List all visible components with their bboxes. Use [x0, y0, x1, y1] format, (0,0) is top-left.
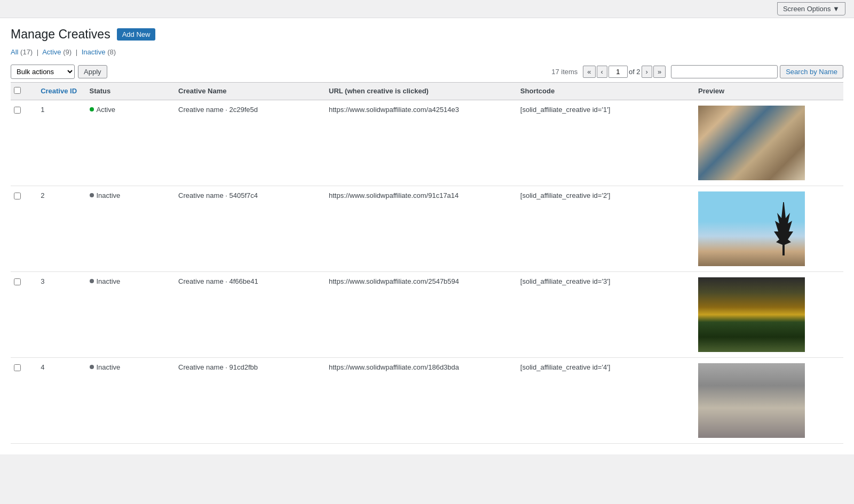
row-status: Inactive — [84, 357, 173, 443]
row-creative-name: Creative name · 4f66be41 — [173, 271, 323, 357]
table-body: 1 Active Creative name · 2c29fe5d https:… — [11, 100, 843, 443]
row-creative-name: Creative name · 5405f7c4 — [173, 186, 323, 271]
page-number-input[interactable]: 1 — [608, 66, 628, 78]
column-header-shortcode: Shortcode — [515, 82, 693, 100]
row-preview — [693, 357, 843, 443]
status-label: Active — [97, 106, 115, 114]
row-checkbox-cell — [11, 271, 35, 357]
column-header-status: Status — [84, 82, 173, 100]
search-by-name-button[interactable]: Search by Name — [780, 65, 843, 78]
filter-links: All (17) | Active (9) | Inactive (8) — [11, 48, 843, 56]
page-header: Manage Creatives Add New — [11, 27, 843, 43]
preview-image — [698, 106, 805, 180]
first-page-button[interactable]: « — [583, 66, 595, 78]
row-checkbox-cell — [11, 186, 35, 271]
filter-inactive-count: (8) — [107, 48, 116, 56]
status-dot — [90, 279, 94, 283]
row-checkbox-2[interactable] — [14, 193, 21, 199]
status-label: Inactive — [97, 277, 121, 285]
select-all-column — [11, 82, 35, 100]
select-all-checkbox[interactable] — [14, 87, 21, 94]
preview-image — [698, 277, 805, 352]
screen-options-bar: Screen Options ▼ — [0, 0, 854, 18]
prev-page-button[interactable]: ‹ — [597, 66, 607, 78]
preview-image — [698, 363, 805, 438]
row-checkbox-1[interactable] — [14, 107, 21, 114]
row-checkbox-3[interactable] — [14, 278, 21, 285]
table-row: 4 Inactive Creative name · 91cd2fbb http… — [11, 357, 843, 443]
tablenav-left: Bulk actions Delete Apply — [11, 65, 107, 79]
search-input[interactable] — [671, 65, 778, 78]
creatives-table: Creative ID Status Creative Name URL (wh… — [11, 82, 843, 444]
filter-active[interactable]: Active — [42, 48, 61, 56]
row-status: Inactive — [84, 186, 173, 271]
row-id: 3 — [35, 271, 84, 357]
table-row: 1 Active Creative name · 2c29fe5d https:… — [11, 100, 843, 186]
column-header-name: Creative Name — [173, 82, 323, 100]
apply-button[interactable]: Apply — [78, 65, 107, 78]
row-status: Inactive — [84, 271, 173, 357]
row-creative-name: Creative name · 91cd2fbb — [173, 357, 323, 443]
next-page-button[interactable]: › — [642, 66, 652, 78]
page-title: Manage Creatives — [11, 27, 110, 43]
row-preview — [693, 186, 843, 271]
row-url: https://www.solidwpaffiliate.com/91c17a1… — [323, 186, 515, 271]
row-shortcode: [solid_affiliate_creative id='4'] — [515, 357, 693, 443]
sort-by-id[interactable]: Creative ID — [41, 87, 77, 95]
bulk-actions-select[interactable]: Bulk actions Delete — [11, 65, 75, 79]
items-count: 17 items — [551, 68, 578, 76]
row-id: 2 — [35, 186, 84, 271]
column-header-preview: Preview — [693, 82, 843, 100]
filter-active-count: (9) — [63, 48, 72, 56]
page-of-total: of 2 — [629, 68, 640, 76]
status-dot — [90, 193, 94, 197]
row-preview — [693, 100, 843, 186]
main-content: Manage Creatives Add New All (17) | Acti… — [0, 18, 854, 454]
tablenav-right: 17 items « ‹ 1 of 2 › » Search by Name — [551, 65, 843, 78]
filter-inactive[interactable]: Inactive — [82, 48, 106, 56]
filter-all-count: (17) — [20, 48, 33, 56]
row-url: https://www.solidwpaffiliate.com/2547b59… — [323, 271, 515, 357]
status-dot — [90, 365, 94, 369]
status-label: Inactive — [97, 191, 121, 199]
last-page-button[interactable]: » — [653, 66, 666, 78]
row-url: https://www.solidwpaffiliate.com/a42514e… — [323, 100, 515, 186]
row-checkbox-4[interactable] — [14, 364, 21, 371]
row-id: 1 — [35, 100, 84, 186]
status-dot — [90, 107, 94, 111]
row-preview — [693, 271, 843, 357]
filter-all[interactable]: All — [11, 48, 18, 56]
tablenav-top: Bulk actions Delete Apply 17 items « ‹ 1… — [11, 61, 843, 82]
table-row: 2 Inactive Creative name · 5405f7c4 http… — [11, 186, 843, 271]
row-checkbox-cell — [11, 357, 35, 443]
row-checkbox-cell — [11, 100, 35, 186]
screen-options-button[interactable]: Screen Options ▼ — [777, 2, 845, 15]
status-label: Inactive — [97, 363, 121, 371]
row-status: Active — [84, 100, 173, 186]
pagination: « ‹ 1 of 2 › » — [583, 66, 666, 78]
column-header-url: URL (when creative is clicked) — [323, 82, 515, 100]
row-creative-name: Creative name · 2c29fe5d — [173, 100, 323, 186]
table-row: 3 Inactive Creative name · 4f66be41 http… — [11, 271, 843, 357]
row-url: https://www.solidwpaffiliate.com/186d3bd… — [323, 357, 515, 443]
search-area: Search by Name — [671, 65, 843, 78]
column-header-id: Creative ID — [35, 82, 84, 100]
row-shortcode: [solid_affiliate_creative id='2'] — [515, 186, 693, 271]
row-id: 4 — [35, 357, 84, 443]
row-shortcode: [solid_affiliate_creative id='3'] — [515, 271, 693, 357]
table-header-row: Creative ID Status Creative Name URL (wh… — [11, 82, 843, 100]
row-shortcode: [solid_affiliate_creative id='1'] — [515, 100, 693, 186]
add-new-button[interactable]: Add New — [117, 28, 156, 41]
preview-image — [698, 191, 805, 266]
